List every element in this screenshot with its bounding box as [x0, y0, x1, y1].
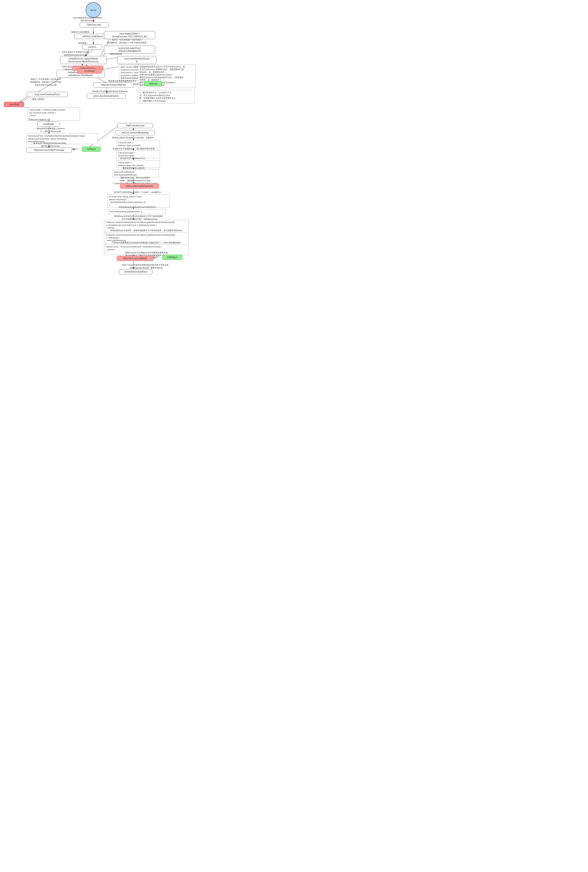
raft-beat-node[interactable]: /raft/beat — [82, 147, 101, 152]
received-keys-put-box: receivedKeysMap.put(datumKey, 1) — [109, 209, 166, 214]
receive-vote-desc: 收到其它节点回馈的投票信息决定leader — [82, 90, 138, 93]
peers-make-leader-node[interactable]: peers.makeLeader(remote) — [120, 183, 159, 189]
term-desc: 本地term大于远端的term，则心跳包不进行处理 — [104, 147, 163, 150]
local-hb-reset-node: local.resetHeartbeatDue() — [27, 92, 68, 97]
batch-desc: 若收到的key在本地存有，或者本地的版本小于收到的版本，放入批量处理的batch — [104, 229, 189, 232]
load-desc: 加载持久化实例数据 — [71, 31, 89, 34]
master-election-desc: 定时任务执行于定期进行leader选举的MasterElection任务 — [53, 51, 98, 57]
server-node: Server — [86, 2, 101, 18]
server-circle: Server — [86, 2, 101, 18]
diagram-container: Server Server初始化执行RaftCore时执行@PostConstr… — [0, 0, 200, 311]
setterm-node: setTerm — [82, 45, 102, 50]
store-keys-desc: 将当前节点收到的key存放到一个map中，value都为0 — [104, 191, 171, 194]
raft-vote-node[interactable]: /raft/vote — [144, 81, 162, 86]
raftcore-received-node: raftCore.receivedBeat(beat) — [116, 130, 154, 135]
sendvote-node[interactable]: sendVote() — [77, 69, 102, 74]
not-leader-desc: 收到的心跳包不是leader节点发送的，则抛异常 — [104, 137, 162, 139]
delete-datum-node: deleteDatum(deadKey) — [119, 269, 152, 274]
reset-hb-label: 重置心跳时间 — [32, 98, 44, 101]
http-post-vote-node: HttpClient.asyncHttpPost — [93, 82, 134, 87]
local-reset-leader-node: local.resetLeaderDue()15到20之间的随机时间 — [104, 46, 155, 54]
server-desc: Server初始化执行RaftCore时执行@PostConstruct — [66, 17, 110, 22]
post-label2: POST→ — [72, 148, 80, 150]
leader-due-node: local.leaderDueMs =GlobalExecutor.TICK_P… — [104, 31, 155, 39]
raftcontroller-beat-node: RaftController.beat — [117, 123, 153, 128]
heartbeat-node[interactable]: HeartBeat — [4, 102, 24, 107]
array-desc: 将array压入数据到所有followers终端，循环发送所有follower — [26, 142, 75, 148]
post-label1: POST→ — [134, 83, 142, 85]
httpclient-post-large-node: HttpClient.asyncHttpPostLarge — [26, 147, 72, 153]
raftcore-init-node: RaftCore.init() — [80, 22, 108, 27]
deadkey-desc: 若某个key在本地存在但收到的key的列表中没有记录，则说明这key已经过期，删… — [104, 264, 189, 269]
only-leader-desc: 只有leader才能发送心跳 — [28, 119, 50, 121]
globalexec-register-master-node: GlobalExecutor.registerMasterElection(ne… — [60, 56, 107, 64]
batch-size-desc: 只有batch的数量超过50或者收到的数据已经被处理完了，才进行获取数据操作 — [104, 242, 189, 244]
if-remote-state-box: if (remote.state !=RaftPeer.State.LEADER… — [117, 140, 160, 148]
httpclient-get-node[interactable]: HttpClient.asyncHttpGet — [117, 256, 153, 261]
local-reset-leader2-box: local.resetLeaderDue();local.resetHeartb… — [112, 170, 159, 177]
reset-leader-label: 重置选举时间 — [110, 53, 122, 56]
raft-datum-node[interactable]: /raft/datum — [162, 255, 182, 260]
peers-decide-node: peers.decideLeader(peer) — [87, 93, 126, 99]
key-value-desc: 将key和对应的数据放入element中，循环添加到array里 — [28, 127, 73, 133]
leader-desc1: 每执行一次任务就减一次任务执行的间隔时间，直到减少小于等于0就开始投票 — [97, 39, 157, 44]
sendbeat-node: sendBeat() — [38, 122, 60, 126]
get-label: GET→ — [154, 257, 160, 259]
reset-hb-due-node: local.resetHeartbeatDue()5s — [117, 56, 156, 64]
set-key-1-desc: 将收到的key在本地key的map中标志设为1 — [104, 206, 171, 209]
hb-task-desc: 每执行一次任务就减一次任务执行的间隔时间，直到减少小于等于0就开始向其他节点发送… — [23, 78, 68, 87]
decide-note-box: 1、遍历所有的节点，让voteFor不为空、且节点的voteFor投给自己的计数… — [138, 90, 195, 104]
